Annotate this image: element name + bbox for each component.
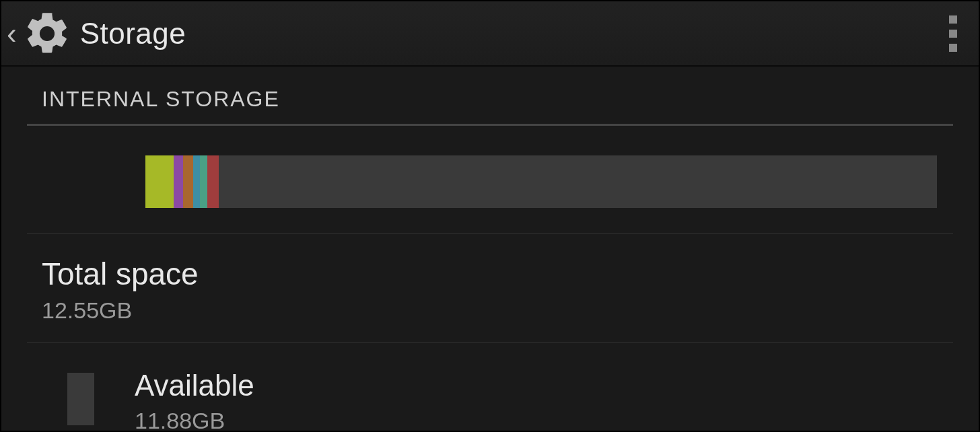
gear-icon[interactable] bbox=[22, 9, 72, 59]
overflow-dot bbox=[949, 15, 957, 24]
available-row[interactable]: Available 11.88GB bbox=[27, 343, 953, 432]
overflow-menu-icon[interactable] bbox=[941, 9, 965, 59]
header-left[interactable]: ‹ Storage bbox=[7, 9, 186, 59]
content: INTERNAL STORAGE Total space 12.55GB Ava… bbox=[1, 67, 979, 432]
app-header: ‹ Storage bbox=[1, 1, 979, 67]
total-space-label: Total space bbox=[42, 256, 953, 292]
storage-segment bbox=[200, 155, 207, 208]
overflow-dot bbox=[949, 30, 957, 38]
available-swatch bbox=[67, 373, 94, 425]
available-value: 11.88GB bbox=[135, 408, 254, 432]
available-label: Available bbox=[135, 369, 254, 402]
storage-segment bbox=[174, 155, 183, 208]
overflow-dot bbox=[949, 44, 957, 52]
back-icon[interactable]: ‹ bbox=[7, 19, 17, 48]
storage-segment bbox=[207, 155, 219, 208]
section-header-internal-storage: INTERNAL STORAGE bbox=[27, 67, 953, 126]
storage-usage-bar bbox=[145, 155, 937, 208]
storage-segment bbox=[193, 155, 201, 208]
total-space-value: 12.55GB bbox=[42, 297, 953, 324]
storage-segment bbox=[145, 155, 174, 208]
storage-bar-row[interactable] bbox=[27, 126, 953, 234]
storage-segment bbox=[183, 155, 193, 208]
page-title: Storage bbox=[80, 17, 186, 50]
total-space-row[interactable]: Total space 12.55GB bbox=[27, 234, 953, 343]
